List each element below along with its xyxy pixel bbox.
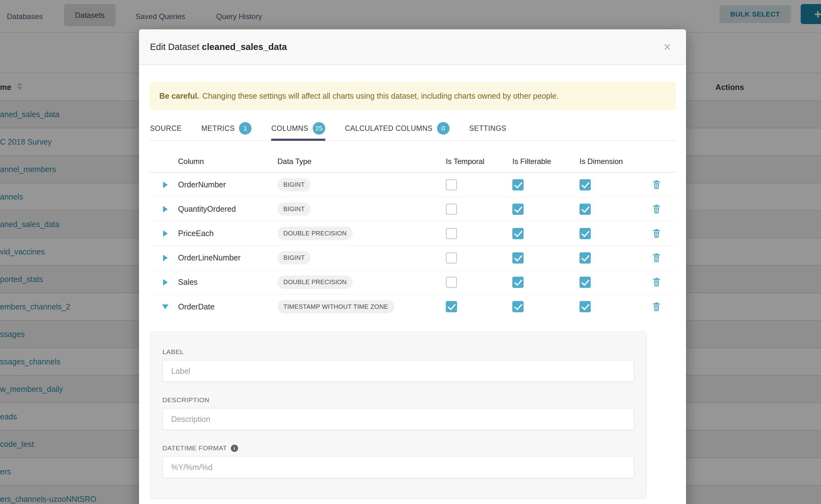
tab-label: SETTINGS <box>469 124 507 133</box>
is-dimension-checkbox-checked[interactable] <box>580 228 591 239</box>
label-input[interactable] <box>162 360 634 382</box>
screen: DatabasesDatasetsSaved QueriesQuery Hist… <box>0 0 821 504</box>
column-name: OrderNumber <box>178 180 277 189</box>
header-is-dimension: Is Dimension <box>580 157 651 166</box>
tab-label: SOURCE <box>150 124 181 133</box>
is-filterable-checkbox-checked[interactable] <box>512 204 524 215</box>
column-row-orderlinenumber: OrderLineNumberBIGINT <box>150 246 676 270</box>
column-row-ordernumber: OrderNumberBIGINT <box>150 173 676 197</box>
header-is-filterable: Is Filterable <box>512 157 580 166</box>
modal-title: Edit Dataset cleaned_sales_data <box>150 42 287 52</box>
info-icon[interactable]: i <box>231 445 238 452</box>
description-input[interactable] <box>162 408 634 430</box>
modal-title-prefix: Edit Dataset <box>150 42 199 52</box>
delete-column-trash-icon[interactable] <box>651 205 676 214</box>
header-column: Column <box>178 157 277 166</box>
is-temporal-checkbox-unchecked[interactable] <box>446 252 457 264</box>
description-heading-text: DESCRIPTION <box>162 396 209 404</box>
delete-column-trash-icon[interactable] <box>651 229 676 238</box>
description-section-heading: DESCRIPTION <box>162 396 634 404</box>
close-icon[interactable]: ✕ <box>658 29 677 65</box>
tab-count-badge: 0 <box>437 122 450 135</box>
tab-calculated-columns[interactable]: CALCULATED COLUMNS0 <box>345 120 450 140</box>
columns-table-rows: OrderNumberBIGINTQuantityOrderedBIGINTPr… <box>150 173 676 319</box>
is-filterable-checkbox-checked[interactable] <box>512 301 524 312</box>
is-temporal-checkbox-checked[interactable] <box>446 301 457 312</box>
is-dimension-checkbox-checked[interactable] <box>580 252 591 264</box>
is-temporal-checkbox-unchecked[interactable] <box>446 179 457 190</box>
is-filterable-checkbox-checked[interactable] <box>512 179 524 190</box>
header-is-temporal: Is Temporal <box>446 157 512 166</box>
tab-settings[interactable]: SETTINGS <box>469 120 507 140</box>
column-name: Sales <box>178 278 277 287</box>
is-filterable-checkbox-checked[interactable] <box>512 252 524 264</box>
column-name: OrderLineNumber <box>178 253 277 262</box>
expand-caret-icon[interactable] <box>163 255 168 261</box>
datetime-format-input[interactable] <box>162 456 634 478</box>
is-filterable-checkbox-checked[interactable] <box>512 228 524 239</box>
column-row-priceeach: PriceEachDOUBLE PRECISION <box>150 221 676 246</box>
data-type-pill: BIGINT <box>277 202 310 216</box>
is-dimension-checkbox-checked[interactable] <box>580 179 591 190</box>
delete-column-trash-icon[interactable] <box>651 180 676 189</box>
warning-banner: Be careful. Changing these settings will… <box>150 82 676 110</box>
label-heading-text: LABEL <box>162 348 184 356</box>
expand-caret-icon[interactable] <box>163 206 168 212</box>
tab-count-badge: 1 <box>239 122 251 135</box>
tab-source[interactable]: SOURCE <box>150 120 181 140</box>
expand-caret-icon[interactable] <box>163 230 168 237</box>
data-type-pill: BIGINT <box>277 251 310 264</box>
collapse-caret-icon[interactable] <box>162 304 168 309</box>
warning-bold: Be careful. <box>159 91 199 101</box>
column-row-sales: SalesDOUBLE PRECISION <box>150 270 676 294</box>
expand-caret-icon[interactable] <box>163 279 168 285</box>
column-detail-panel: LABEL DESCRIPTION DATETIME FORMAT i <box>150 331 647 499</box>
columns-table-header: Column Data Type Is Temporal Is Filterab… <box>150 157 676 173</box>
column-name: QuantityOrdered <box>178 205 277 214</box>
tab-label: METRICS <box>201 124 235 133</box>
delete-column-trash-icon[interactable] <box>651 278 676 287</box>
is-dimension-checkbox-checked[interactable] <box>580 301 591 312</box>
tab-label: CALCULATED COLUMNS <box>345 124 433 133</box>
column-name: OrderDate <box>178 302 277 311</box>
data-type-pill: BIGINT <box>277 178 310 191</box>
column-name: PriceEach <box>178 229 277 238</box>
modal-header: Edit Dataset cleaned_sales_data ✕ <box>139 29 686 65</box>
column-row-orderdate: OrderDateTIMESTAMP WITHOUT TIME ZONE <box>150 294 676 319</box>
is-dimension-checkbox-checked[interactable] <box>580 204 591 215</box>
tab-columns[interactable]: COLUMNS25 <box>271 120 325 140</box>
expand-caret-icon[interactable] <box>163 182 168 188</box>
modal-title-dataset: cleaned_sales_data <box>202 42 287 52</box>
header-data-type: Data Type <box>277 157 446 166</box>
column-row-quantityordered: QuantityOrderedBIGINT <box>150 197 676 221</box>
modal-tabs: SOURCEMETRICS1COLUMNS25CALCULATED COLUMN… <box>150 120 676 141</box>
data-type-pill: DOUBLE PRECISION <box>277 275 353 289</box>
is-temporal-checkbox-unchecked[interactable] <box>446 277 457 288</box>
edit-dataset-modal: Edit Dataset cleaned_sales_data ✕ Be car… <box>139 29 686 504</box>
data-type-pill: DOUBLE PRECISION <box>277 227 353 240</box>
tab-label: COLUMNS <box>271 124 308 133</box>
datetime-format-heading-text: DATETIME FORMAT <box>162 444 227 452</box>
datetime-format-section-heading: DATETIME FORMAT i <box>162 444 634 452</box>
modal-body: Be careful. Changing these settings will… <box>139 82 686 499</box>
tab-metrics[interactable]: METRICS1 <box>201 120 251 140</box>
is-filterable-checkbox-checked[interactable] <box>512 277 524 288</box>
is-dimension-checkbox-checked[interactable] <box>580 277 591 288</box>
label-section-heading: LABEL <box>162 348 634 356</box>
delete-column-trash-icon[interactable] <box>651 302 676 311</box>
delete-column-trash-icon[interactable] <box>651 253 676 262</box>
data-type-pill: TIMESTAMP WITHOUT TIME ZONE <box>277 300 394 314</box>
is-temporal-checkbox-unchecked[interactable] <box>446 204 457 215</box>
tab-count-badge: 25 <box>313 122 325 135</box>
is-temporal-checkbox-unchecked[interactable] <box>446 228 457 239</box>
warning-text: Changing these settings will affect all … <box>202 91 559 101</box>
